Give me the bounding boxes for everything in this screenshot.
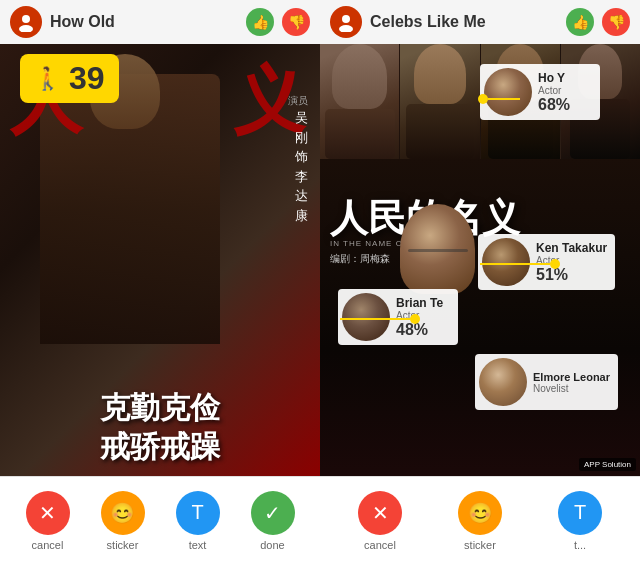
thumbs-down-button[interactable]: 👎 bbox=[282, 8, 310, 36]
face-2 bbox=[400, 44, 479, 159]
done-label: done bbox=[260, 539, 284, 551]
text-item: T text bbox=[176, 491, 220, 551]
actor-label: 演员 bbox=[288, 94, 308, 108]
dot-2 bbox=[550, 259, 560, 269]
right-cancel-button[interactable]: ✕ bbox=[358, 491, 402, 535]
cancel-item: ✕ cancel bbox=[26, 491, 70, 551]
celeb-card-hoy: Ho Y Actor 68% bbox=[480, 64, 600, 120]
thumbs-up-button[interactable]: 👍 bbox=[246, 8, 274, 36]
right-header: Celebs Like Me 👍 👎 bbox=[320, 0, 640, 44]
sticker-button[interactable]: 😊 bbox=[101, 491, 145, 535]
svg-point-1 bbox=[19, 25, 33, 32]
age-number: 39 bbox=[69, 60, 105, 97]
right-panel: Celebs Like Me 👍 👎 bbox=[320, 0, 640, 564]
celeb-card-brian: Brian Te Actor 48% bbox=[338, 289, 458, 345]
actor-name: 吴 刚 饰 李 达 康 bbox=[288, 108, 308, 225]
brian-photo bbox=[342, 293, 390, 341]
sticker-item: 😊 sticker bbox=[101, 491, 145, 551]
cancel-button[interactable]: ✕ bbox=[26, 491, 70, 535]
hoy-photo bbox=[484, 68, 532, 116]
right-cancel-label: cancel bbox=[364, 539, 396, 551]
left-toolbar: ✕ cancel 😊 sticker T text ✓ done bbox=[0, 476, 320, 564]
right-sticker-label: sticker bbox=[464, 539, 496, 551]
ken-pct: 51% bbox=[536, 266, 607, 284]
ken-info: Ken Takakur Actor 51% bbox=[536, 241, 607, 284]
actor-info: 演员 吴 刚 饰 李 达 康 bbox=[288, 94, 308, 225]
right-header-icons: 👍 👎 bbox=[566, 8, 630, 36]
right-text-button[interactable]: T bbox=[558, 491, 602, 535]
done-button[interactable]: ✓ bbox=[251, 491, 295, 535]
text-label: text bbox=[189, 539, 207, 551]
face-1 bbox=[320, 44, 399, 159]
celeb-card-elmore: Elmore Leonar Novelist bbox=[475, 354, 618, 410]
dot-1 bbox=[478, 94, 488, 104]
svg-point-3 bbox=[339, 25, 353, 32]
left-avatar bbox=[10, 6, 42, 38]
right-thumbs-down[interactable]: 👎 bbox=[602, 8, 630, 36]
title-cn: 人民的名义 bbox=[330, 199, 630, 237]
right-text-label: t... bbox=[574, 539, 586, 551]
right-sticker-item: 😊 sticker bbox=[458, 491, 502, 551]
left-panel: How Old 👍 👎 🚶 39 人 义 演员 吴 刚 饰 李 达 康 克勤克俭… bbox=[0, 0, 320, 564]
sticker-label: sticker bbox=[107, 539, 139, 551]
right-title: Celebs Like Me bbox=[370, 13, 558, 31]
svg-point-0 bbox=[22, 15, 30, 23]
right-text-item: T t... bbox=[558, 491, 602, 551]
app-badge: APP Solution bbox=[579, 458, 636, 471]
celeb-card-ken: Ken Takakur Actor 51% bbox=[478, 234, 615, 290]
right-avatar bbox=[330, 6, 362, 38]
hoy-name: Ho Y bbox=[538, 71, 570, 85]
right-cancel-item: ✕ cancel bbox=[358, 491, 402, 551]
ken-name: Ken Takakur bbox=[536, 241, 607, 255]
elmore-role: Novelist bbox=[533, 383, 610, 394]
elmore-photo bbox=[479, 358, 527, 406]
bottom-line1: 克勤克俭 bbox=[10, 388, 310, 427]
bottom-line2: 戒骄戒躁 bbox=[10, 427, 310, 466]
right-toolbar: ✕ cancel 😊 sticker T t... bbox=[320, 476, 640, 564]
center-face bbox=[400, 204, 475, 294]
person-icon: 🚶 bbox=[34, 66, 61, 92]
text-button[interactable]: T bbox=[176, 491, 220, 535]
left-bg: 人 义 演员 吴 刚 饰 李 达 康 克勤克俭 戒骄戒躁 bbox=[0, 44, 320, 476]
bottom-chinese: 克勤克俭 戒骄戒躁 bbox=[10, 388, 310, 466]
hoy-pct: 68% bbox=[538, 96, 570, 114]
right-sticker-button[interactable]: 😊 bbox=[458, 491, 502, 535]
left-header: How Old 👍 👎 bbox=[0, 0, 320, 44]
dot-3 bbox=[410, 314, 420, 324]
elmore-name: Elmore Leonar bbox=[533, 371, 610, 383]
line-1 bbox=[488, 98, 520, 100]
line-3 bbox=[340, 318, 410, 320]
left-title: How Old bbox=[50, 13, 238, 31]
brian-name: Brian Te bbox=[396, 296, 443, 310]
cancel-label: cancel bbox=[32, 539, 64, 551]
svg-point-2 bbox=[342, 15, 350, 23]
line-2 bbox=[480, 263, 550, 265]
right-content: 人民的名义 IN THE NAME OF PEOPLE 编剧：周梅森 Ho Y … bbox=[320, 44, 640, 476]
hoy-role: Actor bbox=[538, 85, 570, 96]
elmore-info: Elmore Leonar Novelist bbox=[533, 371, 610, 394]
brian-pct: 48% bbox=[396, 321, 443, 339]
hoy-info: Ho Y Actor 68% bbox=[538, 71, 570, 114]
age-badge: 🚶 39 bbox=[20, 54, 119, 103]
done-item: ✓ done bbox=[251, 491, 295, 551]
left-header-icons: 👍 👎 bbox=[246, 8, 310, 36]
right-thumbs-up[interactable]: 👍 bbox=[566, 8, 594, 36]
ken-photo bbox=[482, 238, 530, 286]
